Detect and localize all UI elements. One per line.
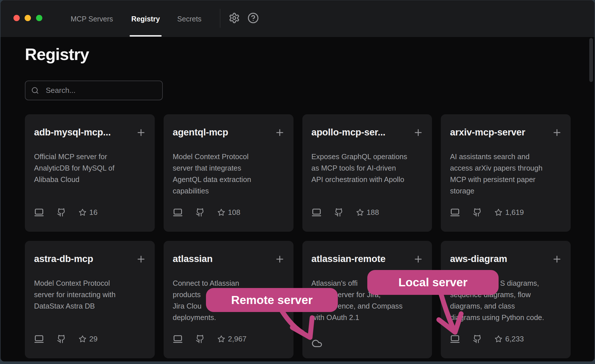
add-server-icon[interactable] (275, 254, 285, 264)
add-server-icon[interactable] (552, 254, 562, 264)
server-description-line: as MCP tools for AI-driven (312, 162, 425, 174)
server-card[interactable]: apollo-mcp-ser... Exposes GraphQL operat… (302, 114, 432, 232)
search-input[interactable] (45, 86, 156, 95)
github-stars: 108 (217, 208, 240, 217)
star-icon (217, 335, 225, 343)
server-description: Atlassian's offierver for Jira,ence, and… (312, 277, 425, 323)
server-description: AI assistants search andaccess arXiv pap… (450, 151, 564, 197)
server-description-line: Jira Clou (173, 300, 287, 312)
server-card[interactable]: astra-db-mcp Model Context Protocolserve… (25, 241, 155, 358)
search-icon (31, 87, 39, 94)
github-icon (57, 208, 66, 217)
add-server-icon[interactable] (275, 127, 285, 138)
server-description-line: AgentQL data extraction (173, 174, 287, 185)
server-description-line: MCP with persistent paper (450, 174, 564, 185)
server-description-line: ence, and Compass (312, 300, 425, 312)
star-count: 1,619 (505, 208, 524, 217)
server-description-line: Connect to Atlassian (173, 277, 287, 289)
vertical-scrollbar[interactable] (589, 38, 593, 82)
server-description-line: diagrams, and class (450, 300, 564, 312)
search-box[interactable] (25, 81, 163, 100)
star-icon (495, 335, 502, 343)
server-name: astra-db-mcp (34, 253, 129, 264)
server-description-line: products (173, 289, 287, 300)
star-count: 2,967 (228, 335, 247, 343)
server-name: atlassian-remote (312, 253, 406, 264)
card-footer: 29 (34, 334, 98, 344)
server-description: Model Context Protocolserver that integr… (173, 151, 287, 197)
titlebar: MCP Servers Registry Secrets (1, 0, 594, 37)
star-count: 188 (367, 208, 379, 217)
server-card[interactable]: atlassian Connect to AtlassianproductsJi… (164, 241, 293, 358)
server-description-line: Model Context Protocol (173, 151, 287, 162)
server-description: Official MCP server forAnalyticDB for My… (34, 151, 148, 185)
add-server-icon[interactable] (136, 254, 146, 264)
github-stars: 16 (79, 208, 98, 217)
add-server-icon[interactable] (136, 127, 146, 138)
star-count: 108 (228, 208, 240, 217)
server-description: S diagrams,sequence diagrams, flowdiagra… (450, 277, 564, 323)
page-title: Registry (25, 45, 89, 64)
minimize-window-button[interactable] (25, 15, 31, 21)
tab-secrets[interactable]: Secrets (174, 0, 204, 37)
server-card[interactable]: arxiv-mcp-server AI assistants search an… (441, 114, 571, 232)
server-name: apollo-mcp-ser... (312, 127, 406, 138)
star-count: 6,233 (505, 335, 524, 343)
laptop-icon (450, 207, 460, 217)
card-footer: 108 (173, 207, 240, 217)
server-description-line: Exposes GraphQL operations (312, 151, 425, 162)
zoom-window-button[interactable] (36, 15, 42, 21)
github-icon (473, 335, 482, 343)
github-stars: 188 (356, 208, 379, 217)
card-footer (312, 338, 322, 349)
server-description-line: with OAuth 2.1 (312, 312, 425, 323)
laptop-icon (173, 334, 183, 344)
server-description-line: access arXiv papers through (450, 162, 564, 174)
star-count: 29 (89, 335, 98, 343)
active-tab-underline (130, 35, 162, 37)
tab-mcp-servers[interactable]: MCP Servers (67, 0, 116, 37)
settings-gear-icon[interactable] (229, 12, 240, 24)
cloud-icon (312, 338, 322, 349)
laptop-icon (34, 207, 44, 217)
add-server-icon[interactable] (552, 127, 562, 138)
server-card[interactable]: aws-diagram S diagrams,sequence diagrams… (441, 241, 571, 358)
card-footer: 188 (312, 207, 379, 217)
server-name: agentql-mcp (173, 127, 268, 138)
laptop-icon (173, 207, 183, 217)
github-icon (57, 335, 66, 343)
github-stars: 29 (79, 335, 98, 343)
server-card[interactable]: agentql-mcp Model Context Protocolserver… (164, 114, 293, 232)
add-server-icon[interactable] (413, 127, 423, 138)
github-icon (196, 208, 205, 217)
server-description: Model Context Protocolserver for interac… (34, 277, 148, 312)
tab-registry[interactable]: Registry (130, 0, 162, 37)
close-window-button[interactable] (13, 15, 20, 21)
star-icon (495, 209, 502, 216)
server-description-line: API orchestration with Apollo (312, 174, 425, 185)
laptop-icon (34, 334, 44, 344)
server-description-line: sequence diagrams, flow (450, 289, 564, 300)
server-description-line: storage (450, 185, 564, 197)
server-name: arxiv-mcp-server (450, 127, 545, 138)
star-icon (217, 209, 225, 216)
server-description-line: capabilities (173, 185, 287, 197)
server-description-line: deployments. (173, 312, 287, 323)
star-icon (79, 209, 86, 216)
help-icon[interactable] (247, 12, 259, 24)
server-description-line: Atlassian's offi (312, 277, 425, 289)
add-server-icon[interactable] (413, 254, 423, 264)
card-footer: 16 (34, 207, 98, 217)
server-card[interactable]: atlassian-remote Atlassian's offierver f… (302, 241, 432, 358)
server-description-line: server that integrates (173, 162, 287, 174)
server-description: Connect to AtlassianproductsJira Cloudep… (173, 277, 287, 323)
server-description-line: diagrams using Python code. (450, 312, 564, 323)
server-name: aws-diagram (450, 253, 545, 264)
server-name: atlassian (173, 253, 268, 264)
server-description-line: Official MCP server for (34, 151, 148, 162)
laptop-icon (312, 207, 322, 217)
star-icon (356, 209, 364, 216)
server-card-grid: adb-mysql-mcp... Official MCP server for… (25, 114, 571, 358)
card-footer: 1,619 (450, 207, 524, 217)
server-card[interactable]: adb-mysql-mcp... Official MCP server for… (25, 114, 155, 232)
